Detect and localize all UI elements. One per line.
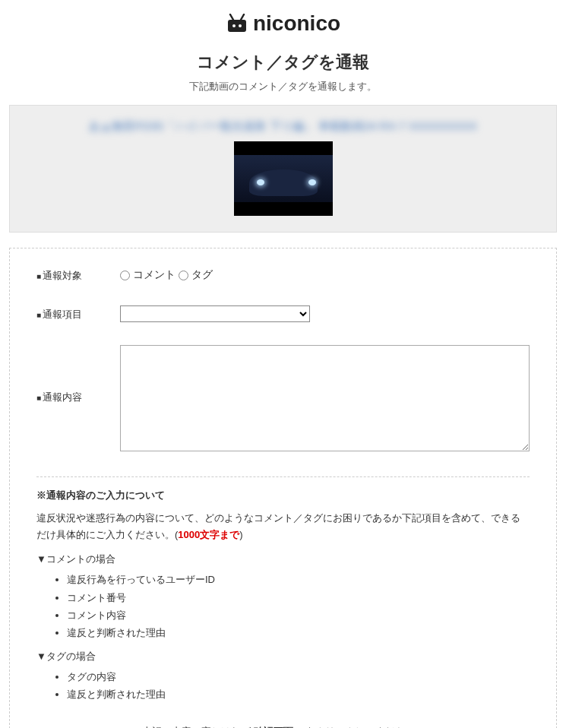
list-tag-case: タグの内容 違反と判断された理由 [67,668,530,704]
row-content: ■通報内容 [36,345,530,454]
list-item: 違反と判断された理由 [67,624,530,641]
video-info-card: あぁ無双FD3S「ハイパー観光道路 下り編」 車載動画24 RX-7 XXXXX… [9,105,557,233]
heading-tag-case: ▼タグの場合 [36,650,530,663]
video-thumbnail [234,141,333,216]
radio-option-tag[interactable]: タグ [179,268,213,282]
svg-line-2 [241,14,244,20]
label-target: ■通報対象 [36,267,120,283]
list-item: コメント内容 [67,606,530,624]
label-content: ■通報内容 [36,345,120,404]
brand-name: niconico [253,11,340,36]
notice-text: 違反状況や迷惑行為の内容について、どのようなコメント／タグにお困りであるか下記項… [36,510,530,543]
svg-point-3 [232,24,236,27]
page-subtitle: 下記動画のコメント／タグを通報します。 [9,80,557,93]
notice-title: ※通報内容のご入力について [36,489,530,502]
divider [36,476,530,477]
radio-icon [179,271,188,280]
radio-label-tag: タグ [191,268,213,282]
radio-group-target: コメント タグ [120,268,530,282]
row-target: ■通報対象 コメント タグ [36,267,530,283]
label-category: ■通報項目 [36,306,120,321]
brand-icon [226,14,248,33]
list-comment-case: 違反行為を行っているユーザーID コメント番号 コメント内容 違反と判断された理… [67,571,530,642]
char-limit: 1000文字まで [178,529,239,540]
radio-icon [120,271,130,280]
page-title: コメント／タグを通報 [9,51,557,74]
list-item: 違反と判断された理由 [67,685,530,703]
select-category[interactable] [120,305,310,322]
list-item: タグの内容 [67,668,530,685]
report-form: ■通報対象 コメント タグ ■通報項目 [9,248,557,728]
list-item: 違反行為を行っているユーザーID [67,571,530,588]
submit-area: 上記の内容で宜しければ 確認画面へ をクリックしてください。 確認画面へ [36,725,530,728]
heading-comment-case: ▼コメントの場合 [36,552,530,566]
radio-option-comment[interactable]: コメント [120,268,175,282]
submit-note: 上記の内容で宜しければ 確認画面へ をクリックしてください。 [36,725,530,728]
list-item: コメント番号 [67,589,530,606]
svg-point-4 [239,24,242,27]
radio-label-comment: コメント [133,268,175,282]
textarea-content[interactable] [120,345,530,451]
svg-line-1 [230,14,233,20]
row-category: ■通報項目 [36,305,530,322]
svg-rect-0 [228,20,246,32]
video-title-blurred: あぁ無双FD3S「ハイパー観光道路 下り編」 車載動画24 RX-7 XXXXX… [24,119,542,134]
brand-header: niconico [9,11,557,36]
